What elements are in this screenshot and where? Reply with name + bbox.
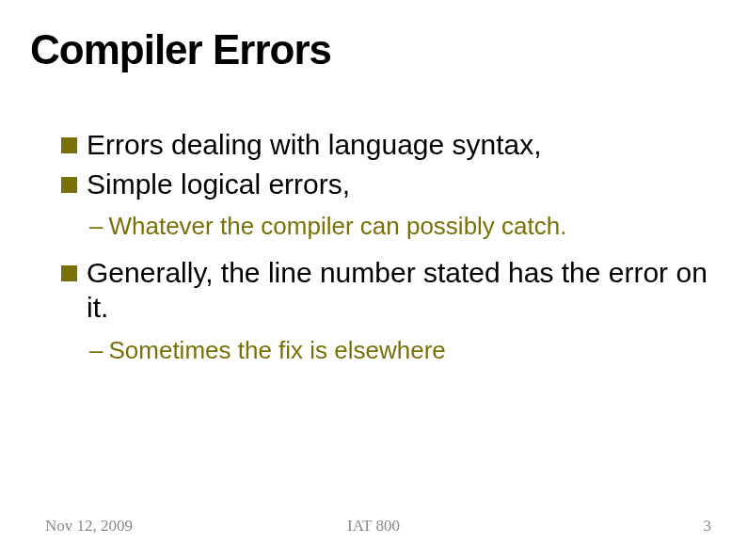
bullet-text: Simple logical errors,: [87, 167, 350, 202]
bullet-text: Sometimes the fix is elsewhere: [108, 336, 445, 364]
bullet-text: Whatever the compiler can possibly catch…: [108, 212, 566, 240]
square-bullet-icon: [61, 137, 77, 153]
bullet-level1: Errors dealing with language syntax,: [61, 127, 709, 163]
slide-content: Errors dealing with language syntax, Sim…: [61, 127, 709, 378]
footer-center: IAT 800: [0, 517, 747, 536]
dash-bullet-icon: –: [89, 336, 103, 364]
bullet-level2: –Sometimes the fix is elsewhere: [89, 335, 709, 366]
dash-bullet-icon: –: [89, 212, 103, 240]
bullet-level2: –Whatever the compiler can possibly catc…: [89, 211, 709, 242]
bullet-text: Generally, the line number stated has th…: [87, 255, 709, 326]
footer-page-number: 3: [704, 517, 712, 536]
bullet-text: Errors dealing with language syntax,: [87, 127, 542, 163]
bullet-level1: Generally, the line number stated has th…: [61, 255, 709, 326]
square-bullet-icon: [61, 265, 77, 281]
bullet-level1: Simple logical errors,: [61, 167, 709, 202]
slide: Compiler Errors Errors dealing with lang…: [0, 0, 747, 560]
slide-title: Compiler Errors: [30, 26, 331, 73]
square-bullet-icon: [61, 177, 77, 193]
